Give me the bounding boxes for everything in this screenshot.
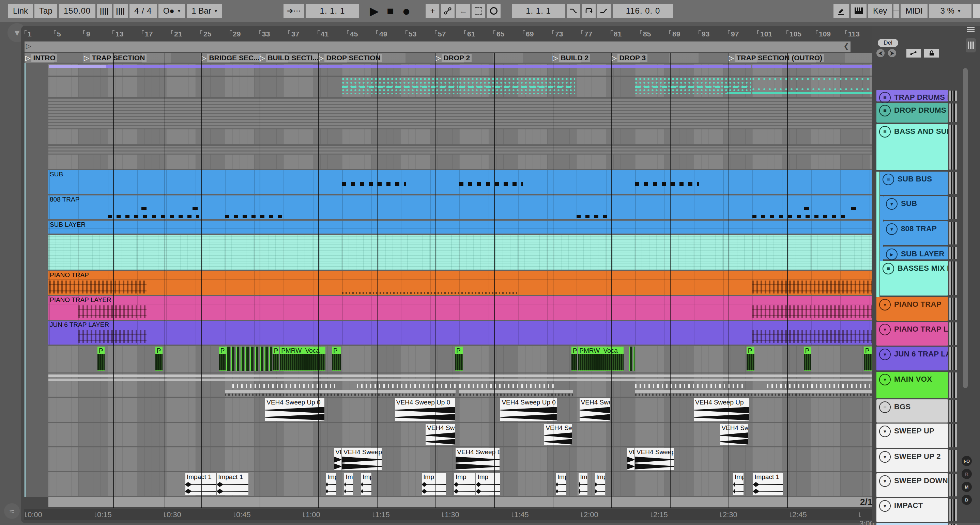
capture-midi-button[interactable] — [472, 4, 485, 18]
lock-envelopes-button[interactable] — [924, 49, 939, 57]
clip-jun-6-trap-layer[interactable]: JUN 6 TRAP LAYER — [48, 321, 872, 344]
loop-button[interactable] — [582, 4, 596, 18]
returns-section-toggle[interactable]: R — [962, 469, 972, 479]
group-icon[interactable]: ≡ — [883, 263, 894, 274]
play-button[interactable]: ▶ — [367, 4, 381, 18]
audio-clip[interactable]: Imp — [556, 473, 566, 495]
track-header-drop-drums[interactable]: ≡DROP DRUMS — [877, 103, 948, 122]
lane-piano-trap[interactable]: PIANO TRAP — [48, 271, 896, 295]
audio-clip[interactable]: Imp — [422, 473, 446, 495]
audio-clip[interactable]: VEH4 Sweep Up 0 — [500, 398, 557, 421]
scrub-area[interactable]: ▷ ❮ — [24, 41, 851, 52]
clip-sub-layer[interactable]: SUB LAYER — [48, 220, 872, 233]
io-section-toggle[interactable]: I·O — [962, 456, 972, 466]
unfold-icon[interactable]: ▼ — [879, 425, 891, 437]
locator-flag[interactable]: ▷DROP 3 — [611, 54, 648, 62]
drum-pattern-clip[interactable] — [459, 78, 575, 94]
unfold-icon[interactable]: ▼ — [886, 224, 897, 235]
unfold-icon[interactable]: ▼ — [886, 198, 897, 210]
prev-breakpoint-button[interactable]: ⮜ — [877, 49, 885, 57]
vox-clip[interactable]: PMRW_Voca — [578, 347, 623, 371]
audio-clip[interactable]: VEH4 Sweep — [342, 448, 382, 470]
unfold-icon[interactable]: ▼ — [879, 349, 891, 360]
track-header-sweep-up-2[interactable]: ▼SWEEP UP 2 — [877, 449, 948, 472]
track-header-master[interactable]: ▶Master — [877, 523, 948, 525]
delete-button[interactable]: Del — [878, 39, 898, 47]
record-button[interactable]: ● — [399, 4, 413, 18]
lane-sweep-up-2[interactable]: VEH4 SwVEH4 SwVEH4 Sw — [48, 423, 896, 446]
unfold-icon[interactable]: ▼ — [879, 324, 891, 335]
next-breakpoint-button[interactable]: ⮞ — [888, 49, 896, 57]
track-header-sweep-down[interactable]: ▼SWEEP DOWN — [877, 473, 948, 497]
track-header-sub[interactable]: ▼SUB — [883, 196, 948, 220]
time-ruler[interactable]: 0:000:150:300:451:001:151:301:452:002:15… — [24, 509, 873, 520]
audio-clip[interactable]: Imp — [733, 473, 743, 495]
locator-flag[interactable]: ▷BRIDGE SEC... — [201, 54, 261, 62]
unfold-icon[interactable]: ▼ — [879, 451, 891, 463]
punch-out-button[interactable] — [597, 4, 611, 18]
loop-start-field[interactable]: 1. 1. 1 — [512, 4, 565, 18]
lane-sweep-down[interactable]: VEHVEH4 SweepVEH4 Sweep DovVEHVEH4 Sweep — [48, 447, 896, 471]
lane-trap-drums-b[interactable] — [48, 64, 896, 76]
clip-piano-trap[interactable]: PIANO TRAP — [48, 271, 872, 295]
unfold-icon[interactable]: ▼ — [879, 299, 891, 311]
track-header-trap-drums-b[interactable]: ≡TRAP DRUMS B — [877, 90, 948, 102]
bar-ruler[interactable]: 1591317212529333741454953576165697377818… — [24, 29, 873, 40]
vox-clip[interactable]: P — [804, 347, 811, 371]
audio-clip[interactable]: Imp — [454, 473, 475, 495]
group-icon[interactable]: ≡ — [879, 92, 891, 103]
fold-icon[interactable]: ▶ — [886, 249, 897, 260]
lane-sub-bus[interactable] — [48, 146, 896, 169]
audio-clip[interactable]: VEH4 Sw — [426, 424, 455, 445]
lane-impact[interactable]: Impact 1Impact 1ImpImpImpImpImpImpImpImp… — [48, 472, 896, 496]
audio-clip[interactable]: Imp — [595, 473, 605, 495]
vox-clip[interactable]: P — [571, 347, 577, 371]
loop-length-field[interactable]: 116. 0. 0 — [612, 4, 673, 18]
unfold-icon[interactable]: ▼ — [879, 475, 891, 487]
vox-clip[interactable]: P — [155, 347, 163, 371]
audio-clip[interactable]: VEH4 Sw — [544, 424, 572, 445]
audio-clip[interactable]: VEH4 Sweep Dov — [456, 448, 500, 470]
vox-sliced-clip[interactable] — [226, 347, 272, 371]
locator-flag[interactable]: ▷BUILD 2 — [553, 54, 590, 62]
automation-lane-button[interactable] — [907, 49, 921, 57]
audio-clip[interactable]: VEH4 Sweep Up 0 — [265, 398, 325, 421]
time-signature-field[interactable]: 4 / 4 — [129, 4, 157, 18]
overdub-button[interactable]: + — [426, 4, 439, 18]
track-header-impact[interactable]: ▼IMPACT — [877, 498, 948, 522]
midi-map-button[interactable]: MIDI — [900, 4, 928, 18]
lane-basses-mix-bus[interactable] — [48, 235, 896, 270]
key-map-button[interactable]: Key — [868, 4, 892, 18]
arrangement-position-field[interactable]: 1. 1. 1 — [305, 4, 359, 18]
track-header-bgs[interactable]: ≡BGS — [877, 400, 948, 422]
track-header-sub-bus[interactable]: ≡SUB BUS — [880, 171, 948, 195]
lane-808-trap[interactable]: 808 TRAP — [48, 195, 896, 219]
lane-bass-and-sub[interactable] — [48, 98, 896, 144]
automation-mode-button[interactable] — [441, 4, 455, 18]
vox-clip[interactable]: P — [455, 347, 463, 371]
audio-clip[interactable]: VEH4 Sweep — [580, 398, 610, 421]
punch-in-button[interactable] — [567, 4, 580, 18]
locator-flag[interactable]: ▷DROP 2 — [436, 54, 472, 62]
optimize-height-button[interactable]: ≈ — [4, 503, 20, 519]
clip-trap-drums-b[interactable] — [49, 65, 106, 68]
vox-clip[interactable]: P — [332, 347, 341, 371]
track-header-sweep-up[interactable]: ▼SWEEP UP — [877, 423, 948, 448]
reenable-automation-button[interactable]: ← — [456, 4, 470, 18]
vox-clip[interactable]: P — [273, 347, 279, 371]
locator-flag[interactable]: ▷DROP SECTION — [318, 54, 382, 62]
audio-clip[interactable]: Imp — [344, 473, 353, 495]
track-header-sub-layer[interactable]: ▶SUB LAYER — [883, 246, 948, 259]
track-header-basses-mix-bu[interactable]: ≡BASSES MIX BU — [880, 261, 948, 295]
computer-midi-keyboard-button[interactable] — [851, 4, 867, 18]
nudge-down-button[interactable]: |||| — [97, 4, 111, 18]
stop-button[interactable]: ■ — [383, 4, 397, 18]
audio-clip[interactable]: Impact 1 — [217, 473, 248, 495]
group-icon[interactable]: ≡ — [879, 105, 891, 116]
mixer-section-tab[interactable] — [966, 38, 976, 52]
audio-clip[interactable]: Imp — [361, 473, 371, 495]
group-icon[interactable]: ≡ — [883, 174, 894, 185]
lane-bgs[interactable] — [48, 373, 896, 397]
clip-trap-drums-b[interactable] — [106, 65, 751, 68]
drum-pattern-clip[interactable] — [342, 78, 458, 94]
